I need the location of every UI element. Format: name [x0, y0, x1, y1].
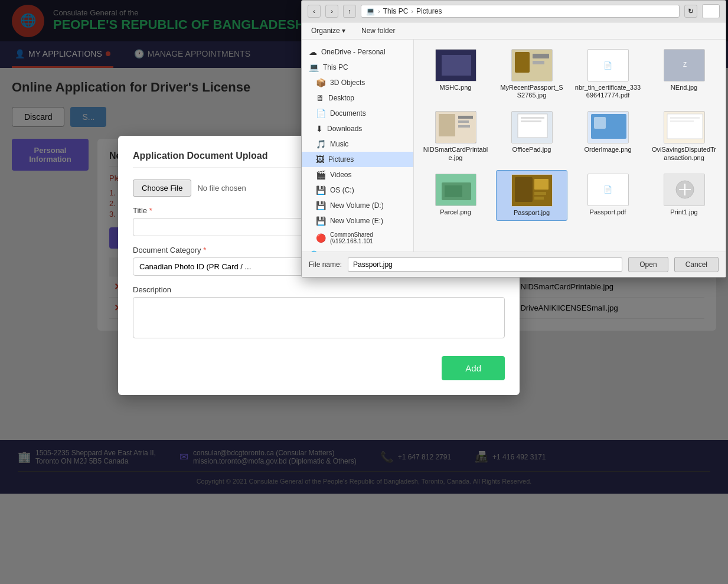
file-chosen-label: No file chosen [197, 184, 246, 193]
svg-rect-15 [521, 117, 544, 119]
list-item[interactable]: Passport.jpg [496, 170, 567, 221]
fd-sidebar-osc[interactable]: 💾 OS (C:) [302, 182, 413, 198]
order-thumb-svg [588, 111, 628, 143]
fd-new-folder-btn[interactable]: New folder [358, 25, 399, 37]
description-textarea[interactable] [133, 297, 505, 338]
fd-sidebar-commonshared[interactable]: 🔴 CommonShared (\\192.168.1.101 [302, 229, 413, 247]
fd-filename: OviSavingsDisputedTransaction.png [651, 146, 717, 161]
fd-sidebar-videos[interactable]: 🎬 Videos [302, 167, 413, 182]
list-item[interactable]: 📄 nbr_tin_certificate_333696417774.pdf [572, 45, 644, 103]
fd-filename: Print1.jpg [670, 208, 697, 216]
mshc-thumb-svg [436, 49, 476, 81]
fd-sidebar-thispc[interactable]: 💻 This PC [302, 60, 413, 75]
svg-rect-12 [458, 125, 470, 128]
fd-breadcrumb-thispc[interactable]: 💻 [366, 7, 375, 15]
file-thumb [435, 49, 476, 81]
downloads-label: Downloads [327, 125, 362, 133]
fd-sidebar: ☁ OneDrive - Personal 💻 This PC 📦 3D Obj… [302, 40, 414, 252]
onedrive-icon: ☁ [309, 47, 317, 57]
fd-breadcrumb-pictures[interactable]: Pictures [416, 7, 442, 15]
fd-sidebar-onedrive[interactable]: ☁ OneDrive - Personal [302, 44, 413, 60]
3dobjects-label: 3D Objects [330, 79, 365, 87]
parcel-thumb-svg [436, 174, 476, 206]
fd-filename: OrderImage.png [584, 146, 631, 154]
list-item[interactable]: Print1.jpg [648, 170, 720, 221]
description-label: Description [133, 285, 505, 294]
list-item[interactable]: Z NEnd.jpg [648, 45, 720, 103]
fd-sidebar-3dobjects[interactable]: 📦 3D Objects [302, 75, 413, 90]
fd-sidebar-music[interactable]: 🎵 Music [302, 136, 413, 152]
svg-rect-22 [670, 117, 700, 119]
file-thumb: 📄 [587, 49, 629, 81]
fd-sidebar-drived[interactable]: 💾 New Volume (D:) [302, 198, 413, 213]
file-dialog-titlebar: ‹ › ↑ 💻 › This PC › Pictures ↻ [302, 1, 726, 22]
list-item[interactable]: OrderImage.png [572, 107, 644, 165]
fd-filename-input[interactable] [348, 257, 622, 272]
documents-icon: 📄 [316, 109, 326, 118]
fd-open-button[interactable]: Open [628, 257, 668, 272]
3dobjects-icon: 📦 [316, 78, 326, 87]
fd-sidebar-documents[interactable]: 📄 Documents [302, 106, 413, 121]
fd-content: MSHC.png MyRecentPassport_SS2765.jpg [414, 40, 726, 252]
file-thumb [587, 111, 629, 143]
fd-body: ☁ OneDrive - Personal 💻 This PC 📦 3D Obj… [302, 40, 726, 252]
choose-file-button[interactable]: Choose File [133, 180, 191, 197]
file-thumb [664, 111, 705, 143]
drive-d-icon: 💾 [316, 201, 326, 210]
list-item[interactable]: OviSavingsDisputedTransaction.png [648, 107, 720, 165]
fd-address-bar: 💻 › This PC › Pictures [361, 5, 680, 18]
list-item[interactable]: 📄 Passport.pdf [572, 170, 644, 221]
fd-cancel-button[interactable]: Cancel [674, 257, 719, 272]
list-item[interactable]: OfficePad.jpg [496, 107, 567, 165]
fd-breadcrumb-thispc-label[interactable]: This PC [383, 7, 409, 15]
fd-sidebar-drivee[interactable]: 💾 New Volume (E:) [302, 213, 413, 229]
drive-e-icon: 💾 [316, 216, 326, 226]
desktop-icon: 🖥 [316, 93, 324, 103]
fd-sidebar-downloads[interactable]: ⬇ Downloads [302, 121, 413, 136]
list-item[interactable]: NIDSmartCardPrintable.jpg [420, 107, 491, 165]
category-required: * [203, 246, 206, 255]
list-item[interactable]: Parcel.png [420, 170, 491, 221]
svg-rect-10 [458, 116, 473, 119]
drive-c-label: OS (C:) [330, 186, 354, 194]
pdf-icon: 📄 [603, 61, 612, 70]
documents-label: Documents [330, 109, 366, 118]
passport-jpg-thumb-svg [512, 174, 552, 207]
print-thumb-svg [664, 174, 704, 206]
svg-rect-11 [458, 120, 469, 123]
fd-footer: File name: Open Cancel [302, 252, 726, 277]
fd-filename: OfficePad.jpg [512, 146, 551, 154]
file-thumb: Z [664, 49, 705, 81]
svg-text:Z: Z [683, 61, 686, 68]
svg-rect-31 [534, 197, 544, 200]
fd-organize-btn[interactable]: Organize ▾ [308, 25, 349, 37]
network-share-icon: 🔴 [316, 233, 326, 243]
fd-forward-btn[interactable]: › [325, 5, 338, 18]
officepad-thumb-svg [512, 111, 552, 143]
fd-sidebar-network[interactable]: 🌐 Network [302, 247, 413, 252]
fd-up-btn[interactable]: ↑ [343, 5, 356, 18]
fd-sidebar-pictures[interactable]: 🖼 Pictures [302, 152, 413, 167]
file-thumb [435, 174, 476, 206]
videos-icon: 🎬 [316, 170, 326, 180]
music-label: Music [330, 140, 348, 148]
network-share-label: CommonShared (\\192.168.1.101 [330, 231, 406, 244]
file-thumb [435, 111, 476, 143]
modal-overlay: Application Document Upload Choose File … [0, 0, 728, 584]
list-item[interactable]: MSHC.png [420, 45, 491, 103]
downloads-icon: ⬇ [316, 124, 323, 133]
drive-e-label: New Volume (E:) [330, 217, 383, 225]
fd-filename: MyRecentPassport_SS2765.jpg [498, 84, 565, 99]
thispc-icon: 💻 [309, 63, 319, 72]
svg-rect-5 [533, 61, 544, 64]
list-item[interactable]: MyRecentPassport_SS2765.jpg [496, 45, 567, 103]
fd-search-box[interactable] [702, 4, 720, 18]
svg-rect-26 [445, 185, 462, 197]
file-dialog: ‹ › ↑ 💻 › This PC › Pictures ↻ Organize … [301, 0, 726, 278]
add-button[interactable]: Add [442, 356, 505, 380]
fd-refresh-btn[interactable]: ↻ [684, 5, 697, 18]
svg-rect-30 [534, 192, 546, 195]
fd-back-btn[interactable]: ‹ [308, 5, 321, 18]
fd-filename: Passport.pdf [590, 208, 626, 216]
fd-sidebar-desktop[interactable]: 🖥 Desktop [302, 90, 413, 106]
